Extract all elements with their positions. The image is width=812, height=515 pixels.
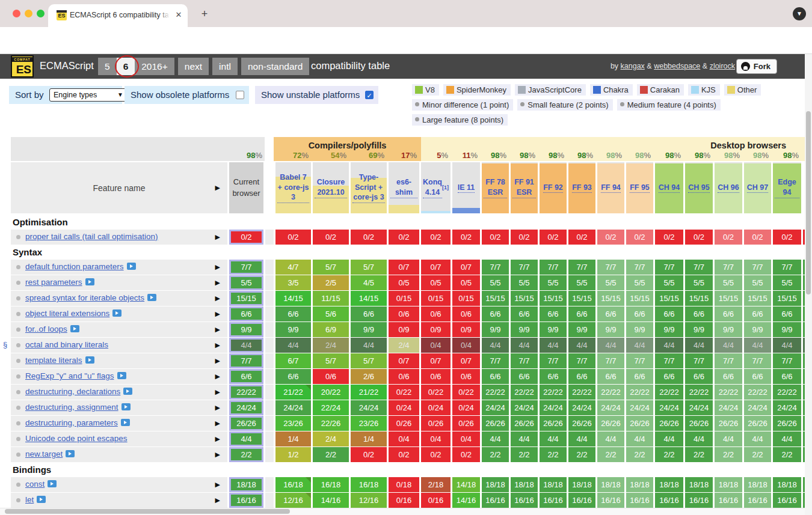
- nav-item-2016[interactable]: 2016+: [135, 58, 174, 75]
- score-cell-edge94[interactable]: 5/5: [773, 275, 801, 290]
- score-cell-ch96[interactable]: 18/18: [715, 477, 742, 492]
- column-header-link[interactable]: Closure 2021.10: [313, 162, 349, 213]
- feature-link[interactable]: default function parameters: [25, 262, 136, 271]
- score-cell-ch94[interactable]: 22/22: [655, 385, 683, 400]
- score-cell-ff92[interactable]: 6/6: [540, 306, 567, 321]
- score-cell-closure[interactable]: 20/22: [313, 385, 349, 400]
- column-header-link[interactable]: FF 95: [626, 162, 653, 213]
- score-cell-edge94[interactable]: 7/7: [773, 353, 801, 368]
- score-cell-ff94[interactable]: 15/15: [597, 291, 624, 306]
- row-expand-arrow-icon[interactable]: ▶: [215, 294, 220, 302]
- current-score-cell[interactable]: 6/6: [229, 306, 263, 321]
- current-score-cell[interactable]: 26/26: [229, 416, 263, 431]
- score-cell-ff91[interactable]: 9/9: [511, 322, 538, 337]
- score-cell-ff91[interactable]: 6/6: [511, 306, 538, 321]
- score-cell-ff93[interactable]: 6/6: [568, 306, 595, 321]
- row-expand-arrow-icon[interactable]: ▶: [215, 435, 220, 443]
- score-cell-ts[interactable]: 4/4: [351, 338, 387, 353]
- column-header-link[interactable]: Babel 7 + core-js 3: [275, 162, 311, 213]
- column-header-link[interactable]: Edge 94: [773, 162, 801, 213]
- score-cell-ch96[interactable]: 16/16: [715, 493, 742, 508]
- score-cell-ff92[interactable]: 6/6: [540, 369, 567, 384]
- score-cell-ts[interactable]: 2/6: [351, 369, 387, 384]
- score-cell-ff92[interactable]: 26/26: [540, 416, 567, 431]
- current-score-cell[interactable]: 24/24: [229, 400, 263, 415]
- score-cell-ff92[interactable]: 5/5: [540, 275, 567, 290]
- score-cell-ff94[interactable]: 7/7: [597, 260, 624, 275]
- score-cell-ie11[interactable]: 0/26: [452, 416, 480, 431]
- score-cell-konq[interactable]: 0/15: [421, 291, 451, 306]
- score-cell-ts[interactable]: 9/9: [351, 322, 387, 337]
- score-cell-ch97[interactable]: 0/2: [744, 230, 771, 245]
- score-cell-edge94[interactable]: 6/6: [773, 306, 801, 321]
- score-cell-ts[interactable]: 24/24: [351, 400, 387, 415]
- score-cell-ff91[interactable]: 24/24: [511, 400, 538, 415]
- example-icon[interactable]: [121, 419, 130, 426]
- score-cell-ch94[interactable]: 6/6: [655, 369, 683, 384]
- example-icon[interactable]: [85, 356, 94, 364]
- score-cell-ff95[interactable]: 18/18: [626, 477, 653, 492]
- example-icon[interactable]: [112, 309, 121, 317]
- score-cell-ie11[interactable]: 0/7: [452, 260, 480, 275]
- score-cell-ff91[interactable]: 4/4: [511, 431, 538, 446]
- score-cell-es6shim[interactable]: 0/5: [389, 275, 419, 290]
- score-cell-closure[interactable]: 2/5: [313, 275, 349, 290]
- current-score-cell[interactable]: 5/5: [229, 275, 263, 290]
- score-cell-ch95[interactable]: 26/26: [685, 416, 713, 431]
- score-cell-edge94[interactable]: 24/24: [773, 400, 801, 415]
- score-cell-ff94[interactable]: 6/6: [597, 369, 624, 384]
- score-cell-edge94[interactable]: 4/4: [773, 338, 801, 353]
- score-cell-ff78[interactable]: 15/15: [482, 291, 509, 306]
- score-cell-ch96[interactable]: 5/5: [715, 275, 742, 290]
- score-cell-ie11[interactable]: 0/22: [452, 385, 480, 400]
- score-cell-ff91[interactable]: 15/15: [511, 291, 538, 306]
- score-cell-ch96[interactable]: 2/2: [715, 447, 742, 462]
- current-score-cell[interactable]: 2/2: [229, 447, 263, 462]
- row-expand-arrow-icon[interactable]: ▶: [215, 373, 220, 380]
- score-cell-ch96[interactable]: 24/24: [715, 400, 742, 415]
- row-expand-arrow-icon[interactable]: ▶: [215, 404, 220, 412]
- score-cell-ff92[interactable]: 16/16: [540, 493, 567, 508]
- score-cell-ie11[interactable]: 0/4: [452, 338, 480, 353]
- feature-link[interactable]: const: [25, 480, 57, 489]
- score-cell-konq[interactable]: 0/16: [421, 493, 451, 508]
- row-expand-arrow-icon[interactable]: ▶: [215, 310, 220, 318]
- score-cell-ff95[interactable]: 5/5: [626, 275, 653, 290]
- score-cell-ff93[interactable]: 9/9: [568, 322, 595, 337]
- score-cell-ch95[interactable]: 7/7: [685, 353, 713, 368]
- column-header-link[interactable]: FF 78 ESR: [482, 162, 509, 213]
- feature-name-header[interactable]: Feature name ▶: [11, 162, 227, 213]
- nav-item-next[interactable]: next: [178, 58, 209, 75]
- score-cell-ch95[interactable]: 16/16: [685, 493, 713, 508]
- score-cell-ie11[interactable]: 0/6: [452, 306, 480, 321]
- row-expand-arrow-icon[interactable]: ▶: [215, 496, 220, 504]
- score-cell-konq[interactable]: 0/7: [421, 260, 451, 275]
- column-header-link[interactable]: FF 94: [597, 162, 624, 213]
- score-cell-ff92[interactable]: 2/2: [540, 447, 567, 462]
- example-icon[interactable]: [117, 372, 126, 379]
- score-cell-closure[interactable]: 6/9: [313, 322, 349, 337]
- score-cell-ff95[interactable]: 0/2: [626, 230, 653, 245]
- feature-link[interactable]: destructuring, assignment: [25, 403, 131, 412]
- column-header-link[interactable]: CH 94: [655, 162, 683, 213]
- score-cell-ff78[interactable]: 9/9: [482, 322, 509, 337]
- score-cell-ch96[interactable]: 26/26: [715, 416, 742, 431]
- score-cell-ch94[interactable]: 9/9: [655, 322, 683, 337]
- score-cell-ff94[interactable]: 26/26: [597, 416, 624, 431]
- score-cell-ch94[interactable]: 7/7: [655, 260, 683, 275]
- score-cell-closure[interactable]: 0/6: [313, 369, 349, 384]
- nav-item-6[interactable]: 6: [117, 58, 135, 75]
- score-cell-ie11[interactable]: 0/4: [452, 431, 480, 446]
- score-cell-ff91[interactable]: 5/5: [511, 275, 538, 290]
- score-cell-ff93[interactable]: 26/26: [568, 416, 595, 431]
- new-tab-button[interactable]: +: [198, 8, 211, 20]
- score-cell-ch94[interactable]: 0/2: [655, 230, 683, 245]
- example-icon[interactable]: [121, 403, 131, 410]
- maximize-window-button[interactable]: [37, 10, 45, 17]
- score-cell-ch97[interactable]: 6/6: [744, 306, 771, 321]
- column-header-link[interactable]: FF 92: [540, 162, 567, 213]
- score-cell-ch97[interactable]: 26/26: [744, 416, 771, 431]
- row-expand-arrow-icon[interactable]: ▶: [215, 341, 220, 349]
- score-cell-ch95[interactable]: 15/15: [685, 291, 713, 306]
- score-cell-ff92[interactable]: 4/4: [540, 338, 567, 353]
